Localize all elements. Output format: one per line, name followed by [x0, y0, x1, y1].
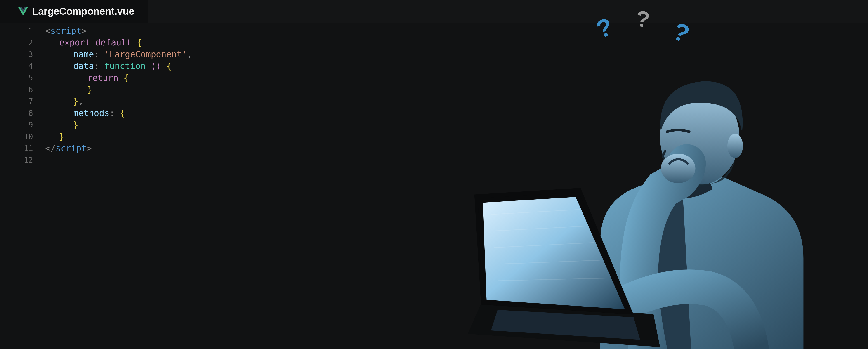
line-number: 1 [0, 25, 33, 37]
code-token: , [187, 49, 192, 59]
code-token: , [79, 96, 84, 106]
line-number: 7 [0, 95, 33, 107]
svg-line-11 [491, 210, 581, 215]
laptop-illustration [461, 173, 660, 349]
code-token: } [73, 120, 79, 130]
code-token: script [51, 26, 81, 36]
code-token [161, 61, 166, 71]
code-token [146, 61, 151, 71]
code-line [45, 154, 868, 166]
code-line: name: 'LargeComponent', [45, 49, 868, 60]
code-token: } [73, 96, 79, 106]
code-line: }, [45, 95, 868, 107]
svg-line-13 [494, 243, 594, 248]
line-number: 9 [0, 119, 33, 131]
code-token: { [137, 37, 142, 47]
vue-file-icon [18, 7, 28, 16]
line-number-gutter: 123456789101112 [0, 25, 45, 166]
code-token: default [95, 37, 131, 47]
tab-filename: LargeComponent.vue [32, 4, 134, 18]
code-token: script [56, 143, 87, 153]
code-editor[interactable]: 123456789101112 <script>export default {… [0, 23, 868, 166]
code-token: { [166, 61, 172, 71]
code-line: </script> [45, 142, 868, 154]
code-token: } [87, 85, 92, 94]
code-token: < [45, 26, 51, 36]
code-token: export [59, 37, 90, 47]
svg-marker-10 [480, 195, 629, 312]
svg-line-12 [493, 226, 587, 231]
code-line: <script> [45, 25, 868, 37]
line-number: 4 [0, 60, 33, 72]
line-number: 8 [0, 107, 33, 119]
code-token: > [81, 26, 87, 36]
code-token [131, 37, 137, 47]
code-token [99, 61, 104, 71]
line-number: 10 [0, 131, 33, 142]
code-line: return { [45, 72, 868, 84]
code-token: name [73, 49, 94, 59]
line-number: 3 [0, 49, 33, 60]
code-line: data: function () { [45, 60, 868, 72]
svg-marker-6 [468, 304, 660, 347]
code-line: export default { [45, 37, 868, 49]
line-number: 6 [0, 84, 33, 95]
code-token: </ [45, 143, 56, 153]
code-line: } [45, 131, 868, 142]
code-token [99, 49, 104, 59]
code-token: ) [156, 61, 161, 71]
file-tab[interactable]: LargeComponent.vue [0, 0, 148, 23]
code-token: { [120, 108, 125, 118]
code-token: : [94, 49, 99, 59]
code-token [90, 37, 95, 47]
svg-line-15 [498, 278, 609, 281]
line-number: 11 [0, 142, 33, 154]
svg-point-5 [586, 306, 624, 332]
code-token: 'LargeComponent' [104, 49, 187, 59]
code-token [115, 108, 120, 118]
code-token: { [123, 73, 129, 83]
code-token: function [104, 61, 146, 71]
code-token: data [73, 61, 94, 71]
code-area[interactable]: <script>export default {name: 'LargeComp… [45, 25, 868, 166]
code-line: } [45, 119, 868, 131]
code-token: ( [151, 61, 156, 71]
svg-line-14 [496, 260, 600, 264]
line-number: 12 [0, 154, 33, 166]
code-token: } [59, 132, 64, 141]
line-number: 2 [0, 37, 33, 49]
tab-bar: LargeComponent.vue [0, 0, 868, 23]
svg-marker-9 [480, 195, 629, 312]
code-token: : [110, 108, 115, 118]
svg-marker-7 [491, 310, 640, 340]
code-token: > [87, 143, 92, 153]
line-number: 5 [0, 72, 33, 84]
svg-marker-8 [474, 188, 633, 314]
code-token [118, 73, 123, 83]
code-token: return [87, 73, 118, 83]
code-token: methods [73, 108, 110, 118]
code-token: : [94, 61, 99, 71]
code-line: methods: { [45, 107, 868, 119]
code-line: } [45, 84, 868, 95]
